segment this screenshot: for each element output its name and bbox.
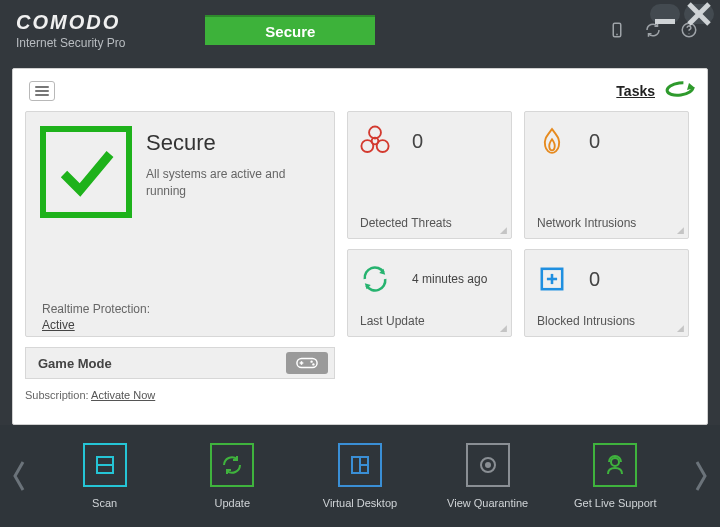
svg-point-11 xyxy=(361,140,373,152)
virtual-desktop-button[interactable]: Virtual Desktop xyxy=(305,443,415,509)
flame-icon xyxy=(535,124,569,158)
svg-point-6 xyxy=(688,33,689,34)
plus-box-icon xyxy=(535,262,569,296)
expand-icon: ◢ xyxy=(677,323,684,333)
nav-next[interactable] xyxy=(688,441,714,511)
checkmark-icon xyxy=(40,126,132,218)
svg-point-22 xyxy=(312,363,314,365)
svg-point-21 xyxy=(310,360,312,362)
expand-icon: ◢ xyxy=(677,225,684,235)
update-icon xyxy=(210,443,254,487)
last-update-card[interactable]: 4 minutes ago Last Update ◢ xyxy=(347,249,512,337)
settings-button[interactable] xyxy=(29,81,55,101)
biohazard-icon xyxy=(358,124,392,158)
get-live-support-label: Get Live Support xyxy=(574,497,657,509)
activate-link[interactable]: Activate Now xyxy=(91,389,155,401)
minimize-button[interactable] xyxy=(650,4,680,24)
threats-label: Detected Threats xyxy=(360,216,468,230)
blocked-label: Blocked Intrusions xyxy=(537,314,651,328)
svg-point-12 xyxy=(377,140,389,152)
tasks-arrow-icon[interactable] xyxy=(665,79,695,99)
status-text: Secure xyxy=(265,23,315,40)
bottom-bar: Scan Update Virtual Desktop View Quarant… xyxy=(0,425,720,527)
update-button[interactable]: Update xyxy=(177,443,287,509)
quarantine-icon xyxy=(466,443,510,487)
secure-title: Secure xyxy=(146,130,306,156)
view-quarantine-button[interactable]: View Quarantine xyxy=(433,443,543,509)
scan-icon xyxy=(83,443,127,487)
header: COMODO Internet Security Pro Secure xyxy=(0,0,720,60)
mobile-icon[interactable] xyxy=(602,15,632,45)
expand-icon: ◢ xyxy=(500,225,507,235)
expand-icon: ◢ xyxy=(500,323,507,333)
network-intrusions-card[interactable]: 0 Network Intrusions ◢ xyxy=(524,111,689,239)
nav-prev[interactable] xyxy=(6,441,32,511)
support-icon xyxy=(593,443,637,487)
secure-status-card: Secure All systems are active and runnin… xyxy=(25,111,335,337)
blocked-value: 0 xyxy=(589,268,600,291)
desktop-icon xyxy=(338,443,382,487)
realtime-label: Realtime Protection: xyxy=(42,302,150,316)
blocked-intrusions-card[interactable]: 0 Blocked Intrusions ◢ xyxy=(524,249,689,337)
close-button[interactable] xyxy=(684,4,714,24)
brand-logo: COMODO xyxy=(16,11,125,34)
sync-icon xyxy=(358,262,392,296)
brand-product: Internet Security Pro xyxy=(16,36,125,50)
update-label: Last Update xyxy=(360,314,441,328)
svg-point-10 xyxy=(369,127,381,139)
bottom-items: Scan Update Virtual Desktop View Quarant… xyxy=(32,443,688,509)
network-label: Network Intrusions xyxy=(537,216,652,230)
realtime-status-link[interactable]: Active xyxy=(42,318,75,332)
update-label: Update xyxy=(215,497,250,509)
threats-value: 0 xyxy=(412,130,423,153)
update-value: 4 minutes ago xyxy=(412,272,487,286)
subscription-row: Subscription: Activate Now xyxy=(25,389,695,401)
secure-message: All systems are active and running xyxy=(146,166,306,200)
game-mode-label: Game Mode xyxy=(38,356,112,371)
scan-button[interactable]: Scan xyxy=(50,443,160,509)
scan-label: Scan xyxy=(92,497,117,509)
tasks-link[interactable]: Tasks xyxy=(616,83,655,99)
detected-threats-card[interactable]: 0 Detected Threats ◢ xyxy=(347,111,512,239)
get-live-support-button[interactable]: Get Live Support xyxy=(560,443,670,509)
svg-point-29 xyxy=(486,463,490,467)
game-mode-toggle[interactable] xyxy=(286,352,328,374)
virtual-desktop-label: Virtual Desktop xyxy=(323,497,397,509)
status-pill: Secure xyxy=(205,15,375,45)
main-panel: Tasks Secure All systems are active and … xyxy=(12,68,708,425)
view-quarantine-label: View Quarantine xyxy=(447,497,528,509)
subscription-label: Subscription: xyxy=(25,389,89,401)
brand: COMODO Internet Security Pro xyxy=(16,11,125,50)
svg-point-30 xyxy=(611,458,619,466)
network-value: 0 xyxy=(589,130,600,153)
game-mode-row: Game Mode xyxy=(25,347,335,379)
